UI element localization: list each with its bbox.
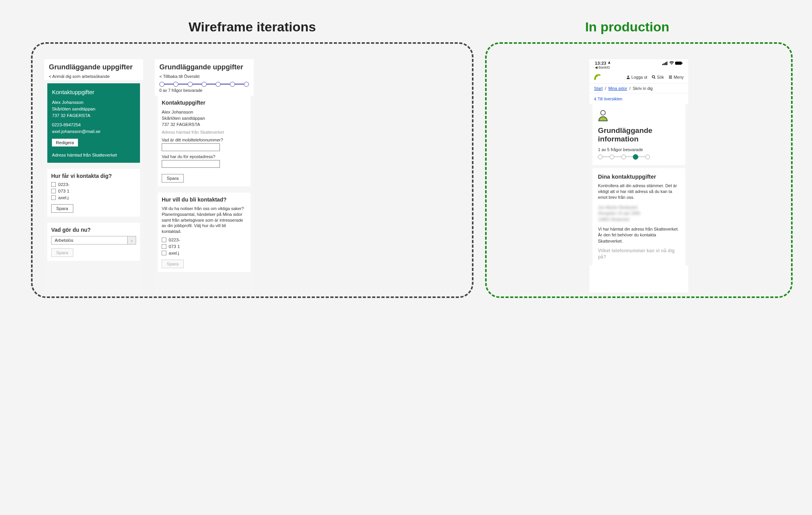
wf2-progress-caption: 0 av 7 frågor besvarade: [155, 87, 254, 96]
crumb-start[interactable]: Start: [594, 86, 603, 91]
production-phone: 13:23 ◀ BankID Logga ut: [589, 59, 688, 293]
search-icon: [652, 75, 656, 79]
wf2-contact-save-button[interactable]: Spara: [162, 174, 184, 183]
svg-point-7: [652, 76, 655, 78]
heading-wireframes: Wireframe iterations: [31, 19, 473, 34]
wf2-pref-intro: Vill du ha notiser från oss om viktiga s…: [162, 206, 247, 234]
wf1-status-selected: Arbetslös: [51, 236, 128, 245]
checkbox-icon[interactable]: [51, 195, 56, 200]
wf2-contact-card: Kontaktuppgifter Alex Johansson Skårlöte…: [158, 96, 251, 186]
wf1-contact-pref-card: Hur får vi kontakta dig? 0223- 073 1 axe…: [47, 169, 140, 217]
back-to-overview[interactable]: Till översikten: [589, 93, 688, 104]
search-button[interactable]: Sök: [652, 75, 664, 79]
wf1-contact-street: Skårlöten sandtäppan: [52, 106, 135, 112]
wf1-pref-opt3: axel.j: [58, 195, 69, 200]
wireframes-container: Grundläggande uppgifter < Anmäl dig som …: [31, 42, 473, 298]
location-icon: [608, 61, 611, 65]
wf2-email-label: Vad har du för epostadress?: [162, 154, 247, 159]
chevron-down-icon: ⌄: [128, 236, 136, 245]
wf2-contact-street: Skårlöten sandtäppan: [162, 115, 247, 121]
wf2-pref-save-button[interactable]: Spara: [162, 260, 184, 268]
wf2-pref-opt2: 073 1: [169, 244, 180, 249]
wf2-pref-title: Hur vill du bli kontaktad?: [162, 196, 247, 203]
wf1-pref-title: Hur får vi kontakta dig?: [51, 173, 136, 179]
wireframe-1: Grundläggande uppgifter < Anmäl dig som …: [44, 59, 143, 293]
wf1-status-title: Vad gör du nu?: [51, 227, 136, 233]
svg-rect-0: [662, 64, 663, 65]
svg-point-6: [627, 76, 629, 77]
checkbox-icon[interactable]: [51, 182, 56, 187]
battery-icon: [675, 61, 683, 65]
prod-progress-caption: 1 av 5 frågor besvarade: [598, 147, 680, 152]
prod-page-title: Grundläggande information: [598, 126, 680, 143]
wf2-pref-card: Hur vill du bli kontaktad? Vill du ha no…: [158, 193, 251, 272]
svg-rect-3: [667, 62, 668, 65]
status-time: 13:23: [595, 61, 606, 65]
checkbox-icon[interactable]: [51, 189, 56, 193]
breadcrumb: Start / Mina sidor / Skriv in dig: [589, 84, 688, 93]
checkbox-icon[interactable]: [162, 251, 166, 255]
menu-icon: [669, 75, 672, 79]
wf1-contact-postal: 737 32 FAGERSTA: [52, 112, 135, 119]
wf2-title: Grundläggande uppgifter: [159, 63, 249, 72]
wf1-pref-opt2: 073 1: [58, 189, 69, 193]
person-icon: [626, 75, 630, 79]
wf1-status-save-button[interactable]: Spara: [51, 248, 73, 257]
menu-button[interactable]: Meny: [669, 75, 684, 79]
wf2-contact-title: Kontaktuppgifter: [162, 100, 247, 106]
prod-address-note: Vi har hämtat din adress från Skatteverk…: [598, 226, 680, 244]
svg-rect-4: [675, 62, 682, 65]
wf2-back-link[interactable]: < Tillbaka till Översikt: [159, 74, 249, 79]
topbar: Logga ut Sök Meny: [589, 71, 688, 84]
wf1-address-note: Adress hämtad från Skatteverket: [52, 152, 135, 158]
prod-contact-card: Dina kontaktuppgifter Kontrollera att di…: [593, 168, 685, 266]
wf1-contact-email: axel.johansson@mail.se: [52, 128, 135, 135]
wf2-email-input[interactable]: [162, 160, 220, 168]
prod-phone-question: Vilket telefonnummer kan vi nå dig på?: [598, 248, 680, 260]
prod-blurred-address: Jon Martin Redacted Storgatan 15 apt 180…: [598, 205, 680, 222]
wf1-status-card: Vad gör du nu? Arbetslös ⌄ Spara: [47, 223, 140, 261]
wf2-contact-name: Alex Johansson: [162, 109, 247, 115]
heading-production: In production: [473, 19, 781, 34]
wf1-contact-name: Alex Johansson: [52, 99, 135, 106]
wf1-pref-opt1: 0223-: [58, 182, 69, 187]
prod-contact-intro: Kontrollera att din adress stämmer. Det …: [598, 183, 680, 201]
signal-icon: [662, 61, 668, 65]
wf2-phone-label: Vad är ditt mobiltelefonnummer?: [162, 138, 247, 142]
wf2-progress: [155, 80, 254, 87]
person-outline-icon: [598, 110, 608, 121]
svg-line-8: [655, 78, 656, 79]
wireframe-2: Grundläggande uppgifter < Tillbaka till …: [155, 59, 254, 293]
logo-icon: [594, 73, 602, 81]
wf2-address-note: Adress hämtad från Skatteverket: [162, 130, 247, 134]
status-app-back[interactable]: ◀ BankID: [589, 65, 688, 71]
wf2-pref-opt3: axel.j: [169, 251, 179, 255]
wf1-edit-button[interactable]: Redigera: [52, 139, 78, 146]
svg-rect-2: [665, 62, 666, 65]
checkbox-icon[interactable]: [162, 238, 166, 242]
svg-point-12: [601, 110, 605, 115]
crumb-current: Skriv in dig: [633, 86, 653, 91]
wf2-pref-opt1: 0223-: [169, 238, 180, 242]
wf1-title: Grundläggande uppgifter: [49, 63, 138, 72]
logout-button[interactable]: Logga ut: [626, 75, 647, 79]
wf1-back-link[interactable]: < Anmäl dig som arbetssökande: [49, 74, 138, 79]
prod-progress: [598, 154, 680, 160]
wf1-contact-title: Kontaktuppgifter: [52, 88, 135, 96]
wf2-phone-input[interactable]: [162, 143, 220, 151]
prod-title-card: Grundläggande information 1 av 5 frågor …: [593, 104, 685, 165]
checkbox-icon[interactable]: [162, 244, 166, 249]
prod-contact-title: Dina kontaktuppgifter: [598, 174, 680, 180]
wf1-contact-card: Kontaktuppgifter Alex Johansson Skårlöte…: [47, 83, 140, 163]
crumb-mina-sidor[interactable]: Mina sidor: [608, 86, 627, 91]
wifi-icon: [669, 61, 674, 65]
production-container: 13:23 ◀ BankID Logga ut: [485, 42, 793, 298]
wf2-contact-postal: 737 32 FAGERSTA: [162, 121, 247, 127]
wf1-status-select[interactable]: Arbetslös ⌄: [51, 236, 136, 245]
svg-rect-1: [664, 63, 665, 65]
svg-rect-5: [682, 62, 683, 64]
wf1-pref-save-button[interactable]: Spara: [51, 204, 73, 213]
status-bar: 13:23: [589, 59, 688, 65]
wf1-contact-phone: 0223-8947254: [52, 122, 135, 128]
chevron-left-icon: [594, 97, 596, 101]
